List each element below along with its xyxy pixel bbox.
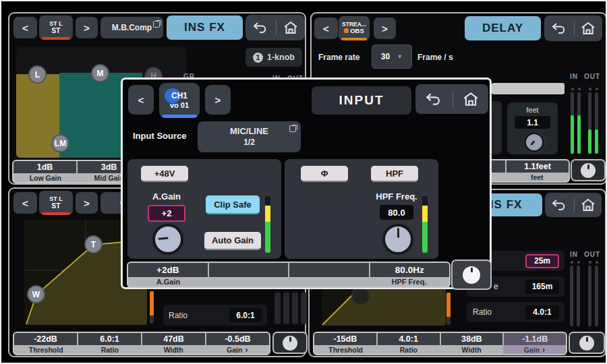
footer-gain-label: Gain›: [206, 345, 270, 354]
feet-value[interactable]: 1.1: [515, 116, 550, 129]
in-meter-r: [577, 266, 580, 326]
footer-knob-button[interactable]: [272, 332, 308, 354]
footer-width-value[interactable]: 47dB: [142, 333, 205, 345]
input-source-button[interactable]: MIC/LINE 1/2: [198, 121, 301, 152]
clip-safe-button[interactable]: Clip Safe: [206, 195, 260, 214]
channel-color-bar: [341, 38, 367, 40]
one-badge-icon: 1: [253, 53, 263, 63]
copy-icon: [289, 125, 296, 132]
next-channel-button[interactable]: >: [205, 85, 231, 115]
undo-icon[interactable]: [551, 22, 567, 34]
home-icon[interactable]: [581, 22, 596, 35]
in-meter-l: [570, 266, 573, 326]
footer-width-value[interactable]: 38dB: [441, 333, 503, 345]
footer-hpf-value[interactable]: 80.0Hz: [370, 263, 450, 277]
phase-button[interactable]: Φ: [301, 166, 348, 182]
footer-threshold-value[interactable]: -15dB: [314, 333, 376, 345]
footer-gain-value[interactable]: -0.5dB: [206, 333, 269, 345]
low-band-handle[interactable]: L: [28, 65, 47, 84]
feet-knob[interactable]: [524, 132, 544, 152]
nav-group: [415, 84, 488, 114]
footer-ratio-label: Ratio: [78, 345, 142, 354]
mid-band-handle[interactable]: M: [91, 64, 109, 82]
footer-knob-button[interactable]: [569, 332, 605, 354]
next-channel-button[interactable]: >: [76, 192, 98, 214]
prev-channel-button[interactable]: <: [314, 18, 338, 39]
phase-hpf-section: Φ HPF HPF Freq. 80.0: [285, 159, 438, 259]
knob-icon: [579, 336, 594, 351]
hpf-freq-knob[interactable]: [382, 224, 413, 255]
again-label: A.Gain: [141, 191, 192, 202]
frame-rate-dropdown[interactable]: 30 ▼: [372, 44, 412, 69]
out-meter-l: [292, 293, 298, 324]
chevron-right-icon: ›: [542, 346, 545, 353]
undo-icon[interactable]: [252, 22, 268, 34]
release-value[interactable]: 165m: [525, 280, 559, 294]
footer-again-label: A.Gain: [128, 277, 208, 286]
footer-threshold-value[interactable]: -22dB: [14, 333, 77, 345]
home-icon[interactable]: [283, 21, 298, 34]
delay-scale-bar: [492, 83, 565, 94]
prev-channel-button[interactable]: <: [13, 192, 37, 214]
out-meter-l: [588, 92, 591, 154]
footer-ratio-value[interactable]: 6.0:1: [78, 333, 141, 345]
ratio-value[interactable]: 6.0:1: [229, 308, 262, 322]
hpf-freq-value[interactable]: 80.0: [380, 205, 413, 220]
channel-select-button[interactable]: ST L ST: [39, 191, 73, 215]
footer-ratio-value[interactable]: 4.0:1: [378, 333, 440, 345]
attack-value[interactable]: 25m: [525, 254, 559, 268]
footer-feet-value[interactable]: 1.1feet: [507, 160, 569, 173]
page-title-insfx[interactable]: INS FX: [167, 16, 243, 40]
footer-ratio-label: Ratio: [377, 345, 440, 354]
comp-threshold-handle[interactable]: T: [84, 235, 103, 253]
channel-color-bar: [42, 37, 70, 40]
footer-low-gain-value[interactable]: 1dB: [13, 161, 76, 173]
knob-icon: [283, 336, 297, 351]
footer-threshold-label: Threshold: [314, 345, 377, 354]
page-title-delay[interactable]: DELAY: [465, 16, 541, 40]
next-channel-button[interactable]: >: [374, 18, 396, 39]
channel-select-button[interactable]: CH1 vo 01: [159, 83, 200, 118]
footer-knob-button[interactable]: [571, 159, 606, 181]
comp-footer-bar: -15dB 4.0:1 38dB -1.1dB Threshold Ratio …: [313, 332, 567, 355]
footer-low-gain-label: Low Gain: [13, 173, 78, 182]
prev-channel-button[interactable]: <: [13, 17, 37, 38]
gr-meter: [446, 293, 451, 325]
footer-gain-value[interactable]: -1.1dB: [504, 333, 566, 345]
low-mid-crossover-handle[interactable]: LM: [51, 134, 69, 152]
again-value[interactable]: +2: [148, 205, 185, 222]
footer-again-value[interactable]: +2dB: [128, 263, 208, 277]
in-meter-label: IN: [570, 73, 578, 80]
nav-group: [544, 16, 602, 41]
undo-icon[interactable]: [551, 199, 567, 211]
footer-knob-button[interactable]: [451, 260, 492, 290]
auto-gain-button[interactable]: Auto Gain: [204, 232, 261, 250]
gr-meter: [150, 291, 154, 324]
channel-select-button[interactable]: STREA... OBS: [339, 16, 370, 40]
footer-feet-label: feet: [506, 173, 569, 181]
knob-icon: [581, 163, 596, 178]
nav-group: [545, 193, 602, 217]
again-knob[interactable]: [152, 224, 183, 255]
frame-rate-label: Frame rate: [318, 53, 359, 62]
comp-footer-bar: -22dB 6.0:1 47dB -0.5dB Threshold Ratio …: [13, 332, 270, 355]
input-dialog: < CH1 vo 01 > INPUT Input Source MIC/LIN…: [121, 78, 492, 289]
input-level-meter: [422, 189, 428, 253]
ratio-value[interactable]: 4.0:1: [525, 305, 559, 320]
home-icon[interactable]: [581, 198, 596, 212]
one-knob-button[interactable]: 1 1-knob: [245, 48, 302, 67]
prev-channel-button[interactable]: <: [128, 85, 154, 115]
feet-section: feet 1.1: [507, 102, 558, 154]
comp-width-handle[interactable]: W: [27, 285, 45, 303]
channel-select-button[interactable]: ST L ST: [39, 16, 73, 40]
dropdown-arrow-icon: ▼: [397, 53, 403, 60]
hpf-button[interactable]: HPF: [371, 166, 418, 182]
feet-label: feet: [507, 106, 558, 114]
undo-icon[interactable]: [425, 92, 442, 106]
preset-library-button[interactable]: M.B.Comp: [100, 17, 163, 38]
out-meter-l: [588, 266, 591, 326]
home-icon[interactable]: [463, 92, 479, 107]
next-channel-button[interactable]: >: [76, 17, 98, 38]
phantom-48v-button[interactable]: +48V: [141, 166, 188, 182]
hpf-freq-label: HPF Freq.: [363, 191, 430, 202]
